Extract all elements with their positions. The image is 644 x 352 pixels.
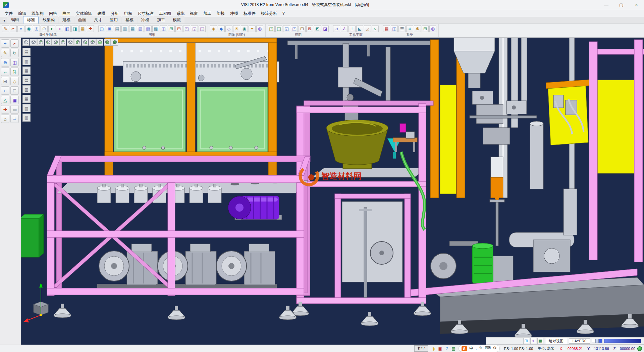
view-cube-icon[interactable] (82, 39, 89, 46)
ribbon-tool-icon[interactable]: ▨ (145, 25, 152, 32)
left-tool-icon[interactable]: □ (10, 86, 19, 95)
view-cube-icon[interactable] (89, 39, 96, 46)
ribbon-tool-icon[interactable]: ◱ (191, 25, 198, 32)
ribbon-tool-icon[interactable]: ◈ (210, 25, 217, 32)
ribbon-tab[interactable]: 线架构 (39, 16, 58, 24)
menu-item[interactable]: 模流分析 (258, 11, 280, 16)
layer-color-bar[interactable] (604, 339, 641, 343)
ribbon-tool-icon[interactable]: ⌗ (406, 25, 413, 32)
ribbon-tool-icon[interactable]: ✎ (2, 25, 9, 32)
ribbon-tool-icon[interactable]: ☀ (233, 25, 240, 32)
snap-lock-toggle[interactable]: 拴牢 (414, 345, 428, 352)
menu-item[interactable]: 系统 (174, 11, 187, 16)
view-cube-icon[interactable] (22, 39, 30, 46)
view-cube-icon[interactable] (59, 39, 66, 46)
ribbon-tool-icon[interactable]: ◰ (268, 25, 275, 32)
palette-cell[interactable] (599, 339, 602, 343)
ribbon-tool-icon[interactable]: ◿ (364, 25, 371, 32)
statusbar-icon[interactable]: ▦ (450, 346, 457, 352)
ribbon-tool-icon[interactable]: ⊠ (306, 25, 313, 32)
ribbon-tool-icon[interactable]: ◆ (218, 25, 225, 32)
view-cube-icon[interactable] (45, 39, 52, 46)
view-mode-field[interactable]: 绝对视图 (545, 338, 567, 344)
layer-field[interactable]: LAYER0 (569, 338, 590, 344)
ribbon-tab[interactable]: 建模 (59, 16, 74, 24)
view-cube-icon[interactable] (74, 39, 81, 46)
view-status-icon[interactable]: ⌖ (530, 338, 536, 344)
left-tool-icon[interactable]: ⌖ (1, 39, 9, 48)
menu-item[interactable]: 电极 (121, 11, 135, 16)
ribbon-tool-icon[interactable]: ◉ (25, 25, 32, 32)
left-tool-icon[interactable]: ◇ (10, 77, 19, 85)
maximize-button[interactable]: ▢ (614, 0, 629, 10)
ribbon-tool-icon[interactable]: ⊙ (41, 25, 48, 32)
clipboard-icon[interactable]: ▦ (22, 95, 31, 103)
left-tool-icon[interactable]: ↻ (10, 49, 19, 57)
ribbon-tool-icon[interactable]: ◩ (314, 25, 321, 32)
left-tool-icon[interactable]: ⌗ (10, 115, 19, 123)
left-tool-icon[interactable]: ⊞ (1, 77, 9, 85)
palette-cell[interactable] (595, 339, 599, 343)
viewport-canvas[interactable]: 智造材料网 (21, 38, 644, 345)
ime-button[interactable]: ⚙ (493, 346, 497, 351)
ime-button[interactable]: , (476, 346, 477, 351)
clipboard-icon[interactable]: ▤ (22, 48, 31, 56)
ribbon-tool-icon[interactable]: ◎ (33, 25, 40, 32)
ribbon-tool-icon[interactable]: ⟂ (348, 25, 356, 32)
ribbon-tool-icon[interactable]: ▥ (121, 25, 128, 32)
ribbon-tool-icon[interactable]: ⊡ (299, 25, 306, 32)
ribbon-tool-icon[interactable]: ◱ (275, 25, 282, 32)
ribbon-tool-icon[interactable]: ▦ (79, 25, 86, 32)
ribbon-tool-icon[interactable]: ⊞ (168, 25, 175, 32)
ribbon-tool-icon[interactable]: ◳ (291, 25, 298, 32)
left-tool-icon[interactable]: ▣ (10, 96, 19, 104)
minimize-button[interactable]: — (599, 0, 614, 10)
ribbon-tool-icon[interactable]: ◍ (429, 25, 436, 32)
left-tool-icon[interactable]: ⇅ (10, 68, 19, 76)
menu-item[interactable]: 塑模 (214, 11, 227, 16)
left-tool-icon[interactable]: ⌂ (1, 115, 9, 123)
view-cube-icon[interactable] (67, 39, 74, 46)
ribbon-tool-icon[interactable]: ▤ (114, 25, 121, 32)
ribbon-tool-icon[interactable]: ⊟ (175, 25, 182, 32)
ribbon-tab[interactable]: 模流 (169, 16, 184, 24)
ribbon-tool-icon[interactable]: ◫ (160, 25, 167, 32)
layer-color-palette[interactable] (592, 339, 602, 343)
ime-button[interactable]: ⌨ (485, 346, 491, 351)
ribbon-tool-icon[interactable]: ⌖ (17, 25, 24, 32)
menu-item[interactable]: 实体编辑 (73, 11, 95, 16)
ribbon-tool-icon[interactable]: ✱ (414, 25, 421, 32)
ribbon-tool-icon[interactable]: ◣ (356, 25, 363, 32)
ribbon-tool-icon[interactable]: ⊿ (333, 25, 340, 32)
ribbon-tab[interactable]: 塑模 (122, 16, 137, 24)
tab-dropdown-icon[interactable]: ▾ (1, 18, 7, 24)
view-cube-icon[interactable] (30, 39, 37, 46)
ribbon-tool-icon[interactable]: ◧ (64, 25, 71, 32)
ribbon-tool-icon[interactable]: ◍ (256, 25, 263, 32)
left-tool-icon[interactable]: ✚ (1, 105, 9, 114)
ribbon-tool-icon[interactable]: ✦ (249, 25, 256, 32)
ime-button[interactable]: 中 (469, 346, 473, 351)
ribbon-tool-icon[interactable]: ▢ (98, 25, 105, 32)
menu-item[interactable]: 工程图 (156, 11, 174, 16)
ribbon-tool-icon[interactable]: ▧ (137, 25, 144, 32)
view-cube-icon[interactable] (37, 39, 44, 46)
ribbon-tool-icon[interactable]: ◨ (71, 25, 78, 32)
menu-item[interactable]: 建模 (95, 11, 108, 16)
menu-item[interactable]: 文件 (2, 11, 15, 16)
view-cube-icon[interactable] (96, 39, 103, 46)
ribbon-tool-icon[interactable]: ◑ (56, 25, 63, 32)
ribbon-tool-icon[interactable]: ◲ (199, 25, 206, 32)
menu-item[interactable]: 编辑 (15, 11, 29, 16)
ribbon-tool-icon[interactable]: ◪ (322, 25, 329, 32)
clipboard-icon[interactable]: ▤ (22, 104, 31, 112)
clipboard-icon[interactable]: ▤ (22, 76, 31, 84)
menu-item[interactable]: 曲面 (60, 11, 73, 16)
ribbon-tool-icon[interactable]: ▣ (106, 25, 113, 32)
ribbon-tab[interactable]: 冲模 (138, 16, 153, 24)
clipboard-icon[interactable]: ▥ (22, 85, 31, 93)
menu-item[interactable]: 线架构 (29, 11, 46, 16)
ribbon-tool-icon[interactable]: ◰ (183, 25, 190, 32)
left-tool-icon[interactable]: ✎ (1, 49, 9, 57)
menu-item[interactable]: 尺寸标注 (135, 11, 156, 16)
